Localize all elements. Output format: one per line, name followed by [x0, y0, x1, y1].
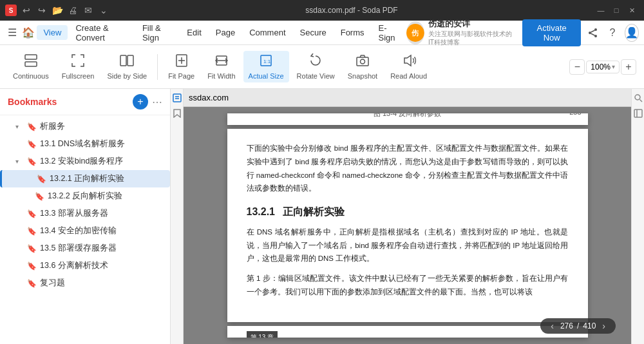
open-button[interactable]: 📂 — [52, 5, 63, 16]
redo-button[interactable]: ↪ — [36, 5, 48, 16]
panel-tab-bookmarks[interactable] — [171, 107, 184, 120]
expand-panel-button[interactable] — [632, 107, 645, 120]
activate-now-button[interactable]: Activate Now — [522, 19, 581, 46]
sidebar-menu-button[interactable]: ⋯ — [152, 96, 162, 108]
email-button[interactable]: ✉ — [82, 5, 94, 16]
bookmark-item-13-6[interactable]: ▸ 🔖 13.6 分离解析技术 — [0, 257, 170, 274]
page-separator: / — [577, 321, 579, 330]
title-bar-left: S ↩ ↪ 📂 🖨 ✉ ⌄ — [5, 5, 109, 16]
pdf-section-text: 在 DNS 域名解析服务中，正向解析是指根据域名（主机名）查找到对应的 IP 地… — [247, 225, 569, 265]
bookmark-item-13-5[interactable]: ▸ 🔖 13.5 部署缓存服务器 — [0, 240, 170, 257]
bookmark-icon: 🔖 — [27, 122, 36, 131]
menu-item-secure[interactable]: Secure — [294, 25, 333, 40]
svg-text:伤: 伤 — [412, 28, 420, 36]
toolbar-fit-width[interactable]: Fit Width — [202, 51, 240, 82]
bookmark-item-13-2-1[interactable]: ▸ 🔖 13.2.1 正向解析实验 — [0, 170, 170, 187]
menu-item-comment[interactable]: Comment — [243, 25, 292, 40]
toolbar-rotate-view[interactable]: Rotate View — [292, 51, 340, 82]
menu-item-edit[interactable]: Edit — [180, 25, 207, 40]
svg-rect-21 — [173, 94, 181, 102]
figure-caption: 图 13-4 反向解析参数 — [247, 113, 569, 120]
search-panel-button[interactable] — [632, 91, 645, 104]
read-aloud-label: Read Aloud — [390, 72, 427, 80]
bookmark-icon: 🔖 — [27, 209, 36, 218]
brand-subtitle: 关注互联网与影视软件技术的IT科技博客 — [428, 30, 517, 46]
toolbar-sep-1 — [157, 54, 158, 80]
print-button[interactable]: 🖨 — [67, 5, 79, 16]
menu-item-view[interactable]: View — [37, 25, 68, 40]
pdf-tab-label[interactable]: ssdax.com — [189, 93, 229, 102]
toolbar-fullscreen[interactable]: Fullscreen — [57, 51, 100, 82]
zoom-value-display[interactable]: 100% ▾ — [586, 61, 620, 73]
svg-rect-10 — [128, 55, 133, 66]
side-by-side-icon — [120, 53, 134, 70]
bookmark-item-13-4[interactable]: ▸ 🔖 13.4 安全的加密传输 — [0, 222, 170, 240]
zoom-out-button[interactable]: − — [569, 59, 585, 75]
toggle-icon[interactable]: ▾ — [15, 158, 23, 165]
sidebar-add-button[interactable]: + — [133, 94, 148, 110]
home-button[interactable]: 🏠 — [21, 24, 36, 42]
brand-logo: 伤 伤逝的安详 关注互联网与影视软件技术的IT科技博客 — [406, 19, 517, 46]
bookmark-icon: 🔖 — [27, 140, 36, 149]
fit-page-icon — [175, 53, 189, 70]
svg-rect-18 — [357, 57, 368, 66]
svg-point-25 — [635, 95, 640, 100]
menu-item-fill[interactable]: Fill & Sign — [136, 21, 179, 45]
toolbar-fit-page[interactable]: Fit Page — [163, 51, 200, 82]
bookmark-item-prev[interactable]: ▾ 🔖 析服务 — [0, 118, 170, 135]
toolbar-read-aloud[interactable]: Read Aloud — [385, 51, 432, 82]
menu-bar-right: 伤 伤逝的安详 关注互联网与影视软件技术的IT科技博客 Activate Now… — [406, 19, 639, 46]
next-page-button[interactable]: › — [600, 321, 608, 331]
help-button[interactable]: ? — [605, 24, 620, 42]
svg-rect-9 — [120, 55, 126, 66]
prev-page-button[interactable]: ‹ — [548, 321, 556, 331]
menu-item-page[interactable]: Page — [209, 25, 242, 40]
toolbar-continuous[interactable]: Continuous — [8, 51, 54, 82]
more-button[interactable]: ⌄ — [98, 5, 109, 16]
pdf-page-top: 图 13-4 反向解析参数 253 — [227, 113, 588, 125]
bookmark-item-13-1[interactable]: ▸ 🔖 13.1 DNS域名解析服务 — [0, 135, 170, 153]
svg-rect-7 — [25, 55, 37, 59]
fullscreen-icon — [71, 53, 85, 70]
snapshot-icon — [355, 53, 370, 70]
profile-button[interactable]: 👤 — [625, 24, 639, 42]
bookmark-icon: 🔖 — [27, 279, 36, 288]
panel-tabs — [171, 89, 184, 344]
share-button[interactable] — [586, 24, 600, 42]
actual-size-icon: 1:1 — [259, 53, 273, 70]
chapter-tag-row: 第 13 章 — [247, 331, 569, 338]
pdf-content[interactable]: 图 13-4 反向解析参数 253 下面的实验中会分别修改 bind 服务程序的… — [184, 107, 631, 344]
bookmark-label: 13.5 部署缓存服务器 — [40, 243, 117, 254]
toggle-icon[interactable]: ▾ — [15, 123, 23, 130]
toolbar-actual-size[interactable]: 1:1 Actual Size — [243, 51, 289, 82]
page-number-top: 253 — [569, 113, 581, 119]
toolbar-side-by-side[interactable]: Side by Side — [102, 51, 152, 82]
bookmark-icon: 🔖 — [27, 262, 36, 271]
close-button[interactable]: ✕ — [625, 3, 639, 17]
menu-item-esign[interactable]: E-Sign — [372, 21, 406, 45]
app-logo: S — [5, 5, 17, 16]
menu-item-create[interactable]: Create & Convert — [69, 21, 134, 45]
bookmark-item-13-3[interactable]: ▸ 🔖 13.3 部署从服务器 — [0, 205, 170, 222]
page-current[interactable]: 276 — [560, 321, 573, 330]
sidebar-title: Bookmarks — [8, 97, 129, 107]
rotate-view-icon — [308, 53, 323, 70]
maximize-button[interactable]: □ — [609, 3, 623, 17]
bookmark-item-review[interactable]: ▸ 🔖 复习题 — [0, 274, 170, 292]
minimize-button[interactable]: — — [594, 3, 608, 17]
bookmark-item-13-2-2[interactable]: ▸ 🔖 13.2.2 反向解析实验 — [0, 187, 170, 205]
zoom-in-button[interactable]: + — [621, 59, 636, 75]
sidebar-content: ▾ 🔖 析服务 ▸ 🔖 13.1 DNS域名解析服务 ▾ 🔖 13.2 安装bi… — [0, 115, 170, 344]
bookmark-item-13-2[interactable]: ▾ 🔖 13.2 安装bind服务程序 — [0, 153, 170, 170]
hamburger-menu[interactable]: ☰ — [5, 24, 20, 42]
svg-rect-27 — [634, 110, 642, 117]
figure-text: 图 13-4 反向解析参数 — [247, 113, 569, 120]
panel-tab-pages[interactable] — [171, 91, 184, 104]
toolbar-snapshot[interactable]: Snapshot — [343, 51, 383, 82]
menu-item-forms[interactable]: Forms — [334, 25, 371, 40]
svg-text:1:1: 1:1 — [263, 59, 271, 64]
svg-rect-8 — [25, 62, 37, 66]
undo-button[interactable]: ↩ — [21, 5, 32, 16]
pdf-tab-bar: ssdax.com — [184, 89, 631, 107]
bookmark-icon: 🔖 — [27, 244, 36, 253]
